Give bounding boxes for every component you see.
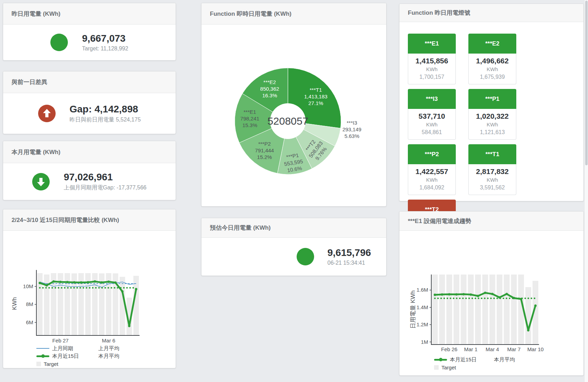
legend-label: 本月近15日 [52,353,79,360]
card-lights-header: Function 昨日用電燈號 [399,4,583,22]
tile-body: 2,817,832KWh3,591,562 [468,164,516,195]
card-compare-chart: 2/24~3/10 近15日同期用電量比較 (KWh) 6M8M10MFeb 2… [3,209,176,368]
legend-row: Target [434,363,522,371]
status-tile-E2: ***E21,496,662KWh1,675,939 [468,34,516,84]
card-day-gap-title: 與前一日差異 [12,78,47,86]
svg-text:791,444: 791,444 [255,147,274,153]
tile-value: 1,422,557 [409,167,455,176]
day-gap-value: Gap: 4,142,898 [70,104,141,115]
svg-text:27.1%: 27.1% [309,100,324,106]
card-yesterday-header: 昨日用電量 (KWh) [3,3,176,25]
svg-text:Mar 4: Mar 4 [486,346,499,352]
legend-swatch-thin-dashed-icon [83,348,95,349]
tile-body: 537,710KWh584,861 [408,109,456,140]
svg-text:Feb 27: Feb 27 [52,338,69,343]
kpi-estimate-body: 9,615,796 06-21 15:34:41 [201,238,386,276]
month-usage-gap: 上個月同期用電Gap: -17,377,566 [64,184,147,192]
tile-unit: KWh [409,65,455,73]
tile-target-value: 1,700,157 [409,73,455,81]
card-compare-title: 2/24~3/10 近15日同期用電量比較 (KWh) [12,216,119,224]
card-month-header: 本月用電量 (KWh) [3,141,176,163]
tile-status-header: ***T1 [468,144,516,164]
page-scrollbar-track [584,0,588,382]
legend-item: Target [36,361,58,367]
legend-row: 本月近15日本月平均 [36,352,129,360]
tile-unit: KWh [409,121,455,128]
svg-text:1.6M: 1.6M [417,287,428,293]
card-estimate-title: 預估今日用電量 (KWh) [210,224,271,232]
card-realtime-donut: Function 即時日用電量 (KWh) ***T11,413,18327.1… [201,3,387,207]
tile-target-value: 3,591,562 [469,183,515,192]
tile-unit: KWh [469,65,515,73]
svg-text:Mar 10: Mar 10 [527,346,544,352]
tile-body: 1,496,662KWh1,675,939 [468,54,516,84]
kpi-month-body: 97,026,961 上個月同期用電Gap: -17,377,566 [3,163,176,200]
compare-usage-line-chart: 6M8M10MFeb 27Mar 6KWh [3,231,176,346]
card-yesterday-title: 昨日用電量 (KWh) [12,10,61,18]
card-day-gap: 與前一日差異 Gap: 4,142,898 昨日與前日用電量 5,524,175 [3,71,176,134]
svg-text:日用電量 KWh: 日用電量 KWh [410,290,416,329]
status-tile-P1: ***P11,020,322KWh1,121,613 [468,89,516,140]
tile-value: 1,415,856 [409,56,455,65]
legend-swatch-thick-dotted-icon [478,359,491,361]
tile-target-value: 1,675,939 [469,73,515,81]
svg-text:10M: 10M [23,283,33,289]
legend-swatch-thick-solid-icon [36,355,49,357]
green-arrow-down-icon [32,173,50,190]
legend-swatch-square-icon [434,365,439,370]
today-estimate-value: 9,615,796 [327,247,371,258]
svg-text:1,413,183: 1,413,183 [304,93,327,99]
yesterday-usage-target: Target: 11,128,992 [82,46,128,52]
svg-text:1.2M: 1.2M [417,321,428,327]
legend-swatch-thick-solid-icon [434,359,447,361]
legend-item: 本月平均 [478,356,522,363]
svg-text:850,362: 850,362 [260,86,279,92]
card-month-usage: 本月用電量 (KWh) 97,026,961 上個月同期用電Gap: -17,3… [3,141,176,200]
svg-text:798,241: 798,241 [240,116,259,121]
card-compare-header: 2/24~3/10 近15日同期用電量比較 (KWh) [3,209,176,231]
red-arrow-up-icon [38,105,56,122]
card-donut-header: Function 即時日用電量 (KWh) [201,3,386,25]
legend-label: 上月同期 [52,345,73,352]
legend-item: Target [434,364,456,370]
svg-text:293,149: 293,149 [342,126,361,132]
yesterday-usage-value: 9,667,073 [82,33,128,44]
svg-text:Mar 7: Mar 7 [507,346,520,352]
svg-text:***E2: ***E2 [263,79,276,85]
card-trend-header: ***E1 設備用電達成趨勢 [399,211,583,231]
svg-text:1.4M: 1.4M [417,304,428,310]
legend-item: 本月近15日 [36,353,83,360]
card-day-gap-header: 與前一日差異 [3,71,176,93]
legend-label: 本月平均 [98,353,119,360]
card-trend-chart: ***E1 設備用電達成趨勢 1M1.2M1.4M1.6MFeb 26Mar 1… [399,211,584,376]
legend-item: 本月平均 [83,353,129,360]
svg-text:15.2%: 15.2% [257,154,272,160]
tile-status-header: ***P2 [408,144,456,164]
tile-value: 1,020,322 [469,111,515,121]
svg-text:***T1: ***T1 [310,87,322,93]
legend-label: 本月平均 [494,356,515,363]
tile-status-header: ***E1 [408,34,456,54]
kpi-yesterday-body: 9,667,073 Target: 11,128,992 [3,25,176,60]
svg-text:KWh: KWh [11,297,18,310]
tile-body: 1,020,322KWh1,121,613 [468,109,516,140]
svg-text:Mar 6: Mar 6 [102,338,115,343]
day-gap-subtext: 昨日與前日用電量 5,524,175 [70,116,141,124]
card-status-lights: Function 昨日用電燈號 ***E11,415,856KWh1,700,1… [399,4,584,201]
card-trend-title: ***E1 設備用電達成趨勢 [408,217,471,225]
tile-body: 1,415,856KWh1,700,157 [408,54,456,84]
legend-swatch-thin-solid-icon [36,348,49,349]
donut-center-total: 5208057 [260,115,316,127]
page-scrollbar-thumb[interactable] [585,1,588,165]
kpi-day-gap-body: Gap: 4,142,898 昨日與前日用電量 5,524,175 [3,93,176,134]
card-yesterday-usage: 昨日用電量 (KWh) 9,667,073 Target: 11,128,992 [3,3,176,61]
svg-text:***P2: ***P2 [258,141,271,147]
legend-item: 本月近15日 [434,356,478,363]
legend-item: 上月平均 [83,345,129,352]
card-donut-title: Function 即時日用電量 (KWh) [210,10,291,18]
tile-value: 1,496,662 [469,56,515,65]
status-tile-P2: ***P21,422,557KWh1,684,092 [408,144,456,195]
tile-status-header: ***I3 [408,89,456,109]
status-tile-E1: ***E11,415,856KWh1,700,157 [408,34,456,84]
status-tile-T1: ***T12,817,832KWh3,591,562 [468,144,516,195]
